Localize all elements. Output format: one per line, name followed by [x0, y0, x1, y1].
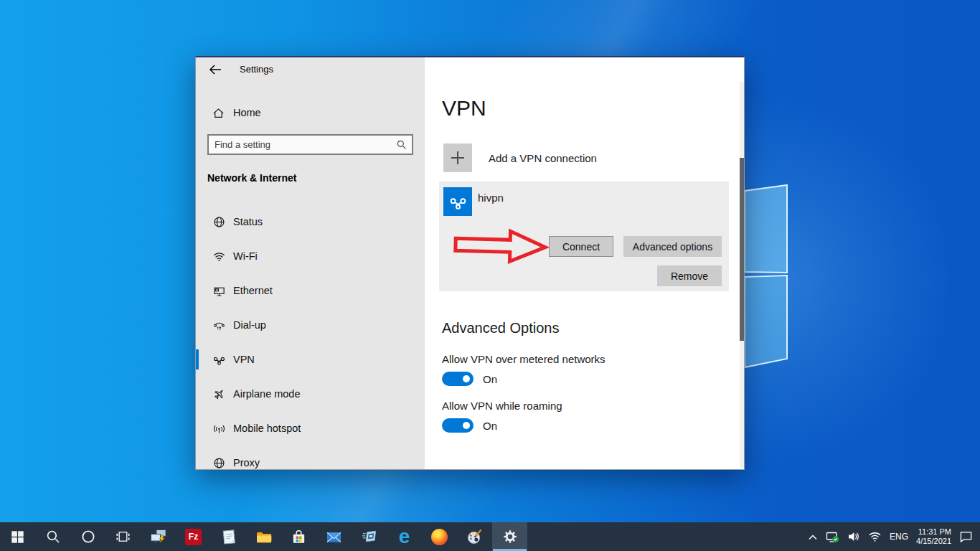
- connect-button[interactable]: Connect: [549, 236, 613, 257]
- tray-wifi-icon[interactable]: [868, 531, 882, 542]
- tray-volume-icon[interactable]: [847, 530, 860, 543]
- back-arrow-icon: [209, 65, 222, 75]
- sidebar-nav: Status Wi-Fi: [196, 204, 425, 480]
- scrollbar[interactable]: [740, 82, 744, 468]
- settings-taskbar-button[interactable]: [492, 522, 527, 551]
- sidebar-item-proxy[interactable]: Proxy: [196, 446, 425, 480]
- search-icon[interactable]: [396, 139, 407, 150]
- tray-pc-status-icon[interactable]: [826, 530, 839, 544]
- file-explorer-icon: [255, 529, 273, 545]
- settings-gear-icon: [502, 529, 518, 545]
- notepad-button[interactable]: [211, 522, 246, 551]
- notepad-icon: [220, 528, 237, 546]
- remote-desktop-button[interactable]: [141, 522, 176, 551]
- plus-icon: [443, 143, 472, 172]
- taskbar: Fz: [0, 522, 980, 551]
- metered-networks-setting: On: [442, 372, 497, 386]
- windows-start-icon: [11, 530, 24, 544]
- clock-date: 4/15/2021: [916, 537, 951, 546]
- wifi-icon: [212, 250, 226, 263]
- advanced-options-heading: Advanced Options: [442, 320, 559, 336]
- mail-icon: [326, 529, 342, 545]
- sidebar-item-label: Wi-Fi: [233, 250, 258, 262]
- vpn-connection-icon: [443, 187, 472, 216]
- sidebar-item-mobile-hotspot[interactable]: Mobile hotspot: [196, 411, 425, 446]
- media-window-button[interactable]: [352, 522, 387, 551]
- metered-networks-toggle[interactable]: [442, 372, 473, 386]
- paint-button[interactable]: [457, 522, 492, 551]
- desktop-wallpaper: Settings Home Network & Internet: [0, 0, 980, 551]
- back-button[interactable]: [203, 60, 227, 79]
- sidebar-item-label: Ethernet: [233, 285, 273, 296]
- microsoft-store-icon: [291, 529, 307, 545]
- sidebar-item-label: Mobile hotspot: [233, 423, 301, 434]
- search-icon: [46, 529, 60, 544]
- sidebar-item-status[interactable]: Status: [196, 204, 425, 239]
- taskbar-clock[interactable]: 11:31 PM 4/15/2021: [916, 527, 951, 546]
- hotspot-icon: [212, 422, 226, 435]
- airplane-icon: [212, 387, 226, 401]
- tray-chevron-up-icon[interactable]: [808, 533, 818, 541]
- page-title: VPN: [442, 96, 486, 121]
- globe-status-icon: [212, 215, 226, 229]
- clock-time: 11:31 PM: [916, 527, 951, 537]
- file-explorer-button[interactable]: [246, 522, 281, 551]
- sidebar-item-wifi[interactable]: Wi-Fi: [196, 239, 425, 273]
- sidebar-item-label: Dial-up: [233, 319, 266, 331]
- sidebar-item-ethernet[interactable]: Ethernet: [196, 273, 425, 308]
- cortana-icon: [81, 529, 95, 544]
- start-button[interactable]: [0, 522, 35, 551]
- roaming-setting: On: [442, 418, 497, 433]
- remove-button[interactable]: Remove: [657, 265, 722, 286]
- microsoft-store-button[interactable]: [281, 522, 316, 551]
- roaming-toggle[interactable]: [442, 418, 473, 433]
- add-vpn-connection[interactable]: Add a VPN connection: [443, 143, 597, 172]
- metered-networks-label: Allow VPN over metered networks: [442, 353, 606, 365]
- home-icon: [212, 106, 225, 120]
- mail-button[interactable]: [316, 522, 352, 551]
- window-title: Settings: [240, 64, 273, 75]
- action-center-icon[interactable]: [959, 530, 973, 543]
- sidebar-item-airplane-mode[interactable]: Airplane mode: [196, 377, 425, 411]
- remote-desktop-icon: [150, 529, 167, 545]
- windows-logo-wallpaper: [742, 178, 793, 373]
- roaming-label: Allow VPN while roaming: [442, 400, 562, 412]
- sidebar-item-label: Status: [233, 216, 263, 227]
- sidebar-item-vpn[interactable]: VPN: [196, 342, 425, 377]
- search-input[interactable]: [209, 139, 396, 150]
- toggle-state-label: On: [483, 373, 497, 385]
- language-indicator[interactable]: ENG: [890, 532, 908, 542]
- firefox-button[interactable]: [422, 522, 457, 551]
- vpn-icon: [212, 353, 226, 367]
- sidebar-item-dialup[interactable]: Dial-up: [196, 308, 425, 342]
- ethernet-icon: [212, 284, 226, 298]
- sidebar-item-home[interactable]: Home: [196, 102, 425, 123]
- sidebar-item-label: VPN: [233, 354, 255, 365]
- dialup-phone-icon: [212, 319, 226, 332]
- task-view-icon: [116, 529, 131, 544]
- media-window-icon: [361, 529, 377, 545]
- filezilla-icon: Fz: [185, 529, 202, 545]
- firefox-icon: [431, 529, 448, 545]
- titlebar[interactable]: Settings: [196, 57, 425, 82]
- paint-icon: [466, 529, 483, 545]
- edge-icon: e: [399, 527, 410, 547]
- sidebar-item-label: Airplane mode: [233, 388, 301, 400]
- taskbar-search-button[interactable]: [35, 522, 70, 551]
- task-view-button[interactable]: [105, 522, 141, 551]
- settings-sidebar: Settings Home Network & Internet: [196, 57, 425, 469]
- scrollbar-thumb[interactable]: [740, 158, 744, 341]
- proxy-globe-icon: [212, 456, 226, 470]
- cortana-button[interactable]: [70, 522, 105, 551]
- filezilla-button[interactable]: Fz: [176, 522, 211, 551]
- sidebar-item-label: Proxy: [233, 457, 260, 468]
- search-box[interactable]: [207, 134, 413, 155]
- system-tray: ENG 11:31 PM 4/15/2021: [808, 522, 980, 551]
- home-label: Home: [233, 107, 261, 118]
- vpn-connection-name: hivpn: [478, 192, 504, 204]
- edge-button[interactable]: e: [387, 522, 422, 551]
- add-vpn-label: Add a VPN connection: [489, 152, 597, 164]
- toggle-state-label: On: [483, 420, 497, 432]
- advanced-options-button[interactable]: Advanced options: [623, 236, 722, 257]
- red-arrow-annotation: [452, 226, 549, 265]
